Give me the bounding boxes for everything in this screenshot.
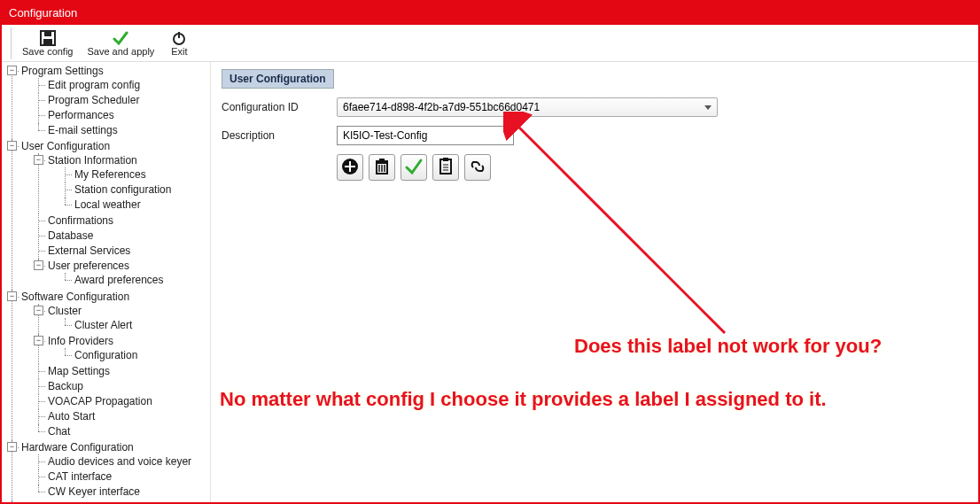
svg-rect-2 [43,39,52,44]
tree-node-performances[interactable]: Performances [34,108,206,123]
nav-tree-panel[interactable]: −Program Settings Edit program config Pr… [2,62,211,502]
tree-node-cluster[interactable]: −Cluster Cluster Alert [34,304,206,334]
tree-node-info-providers[interactable]: −Info Providers Configuration [34,334,206,364]
description-label: Description [222,129,337,142]
window-title: Configuration [9,6,77,19]
copy-button[interactable] [432,154,459,181]
add-button[interactable] [337,154,363,181]
annotation-arrow [503,112,743,342]
tree-node-chat[interactable]: Chat [34,424,206,439]
tree-node-software-integration[interactable]: +Software integration [7,500,206,502]
tree-node-cw-keyer[interactable]: CW Keyer interface [34,485,206,500]
collapse-icon[interactable]: − [34,260,43,270]
save-config-button[interactable]: Save config [15,28,80,58]
config-id-combo[interactable]: 6faee714-d898-4f2b-a7d9-551bc66d0471 [337,97,718,117]
tree-node-cluster-alert[interactable]: Cluster Alert [60,318,206,333]
tree-node-user-preferences[interactable]: −User preferences Award preferences [34,259,206,289]
save-config-label: Save config [22,46,73,57]
collapse-icon[interactable]: − [34,306,43,315]
config-id-label: Configuration ID [222,101,337,113]
delete-button[interactable] [369,154,395,181]
tree-node-station-information[interactable]: −Station Information My References Stati… [34,153,206,213]
tree-node-program-settings[interactable]: −Program Settings Edit program config Pr… [7,64,206,139]
chain-link-icon [468,157,487,179]
svg-rect-14 [440,159,451,174]
collapse-icon[interactable]: − [7,141,17,151]
tree-node-user-configuration[interactable]: −User Configuration −Station Information… [7,139,206,290]
exit-label: Exit [171,46,187,57]
description-input[interactable] [337,126,514,145]
plus-circle-icon [340,157,360,179]
exit-button[interactable]: Exit [161,28,197,58]
tree-node-external-services[interactable]: External Services [34,244,206,259]
toolbar: Save config Save and apply Exit [2,25,978,62]
collapse-icon[interactable]: − [34,336,43,345]
section-title: User Configuration [222,69,334,89]
clipboard-icon [436,157,455,179]
main-panel: User Configuration Configuration ID 6fae… [211,62,978,502]
link-button[interactable] [464,154,491,181]
tree-node-confirmations[interactable]: Confirmations [34,213,206,229]
svg-rect-15 [443,158,448,161]
svg-rect-1 [44,32,51,36]
annotation-text-1: Does this label not work for you? [574,335,882,358]
config-id-value: 6faee714-d898-4f2b-a7d9-551bc66d0471 [343,101,540,113]
apply-button[interactable] [401,154,427,181]
tree-node-audio-devices[interactable]: Audio devices and voice keyer [34,454,206,469]
title-bar: Configuration [2,2,978,25]
check-icon [404,157,424,179]
tree-node-database[interactable]: Database [34,229,206,244]
tree-node-hardware-configuration[interactable]: −Hardware Configuration Audio devices an… [7,440,206,500]
tree-node-station-configuration[interactable]: Station configuration [60,182,206,198]
tree-node-software-configuration[interactable]: −Software Configuration −Cluster Cluster… [7,290,206,440]
tree-node-configuration[interactable]: Configuration [60,348,206,363]
collapse-icon[interactable]: − [7,291,17,301]
collapse-icon[interactable]: − [7,442,17,452]
tree-node-award-preferences[interactable]: Award preferences [60,273,206,288]
annotation-text-2: No matter what config I choose it provid… [220,388,827,411]
collapse-icon[interactable]: − [34,155,43,165]
save-disk-icon [40,30,56,46]
power-icon [171,30,187,46]
tree-node-auto-start[interactable]: Auto Start [34,409,206,424]
tree-node-backup[interactable]: Backup [34,379,206,394]
tree-node-voacap[interactable]: VOACAP Propagation [34,394,206,409]
nav-tree: −Program Settings Edit program config Pr… [5,64,206,502]
svg-rect-7 [345,166,355,167]
check-apply-icon [113,30,128,46]
tree-node-edit-program-config[interactable]: Edit program config [34,78,206,93]
svg-rect-12 [376,160,388,163]
trash-icon [372,157,392,179]
save-apply-label: Save and apply [87,46,154,57]
tree-node-local-weather[interactable]: Local weather [60,198,206,213]
tree-node-map-settings[interactable]: Map Settings [34,364,206,379]
tree-node-cat-interface[interactable]: CAT interface [34,469,206,485]
svg-rect-13 [379,159,385,160]
collapse-icon[interactable]: − [7,66,17,75]
tree-node-my-references[interactable]: My References [60,167,206,182]
save-apply-button[interactable]: Save and apply [80,28,161,58]
tree-node-program-scheduler[interactable]: Program Scheduler [34,93,206,108]
tree-node-email-settings[interactable]: E-mail settings [34,123,206,138]
toolbar-separator [11,27,12,59]
